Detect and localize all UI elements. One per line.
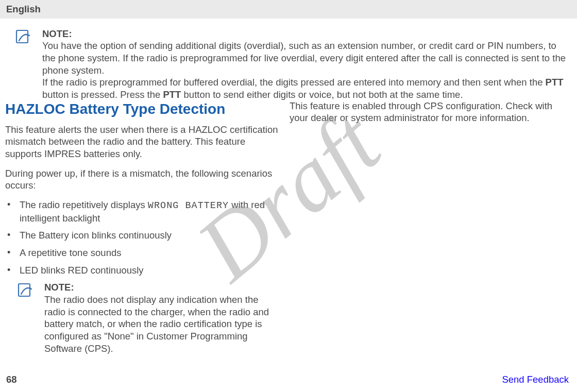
note-paragraph-2: If the radio is preprogrammed for buffer… [42, 76, 572, 100]
note-label: NOTE: [42, 28, 572, 40]
send-feedback-link[interactable]: Send Feedback [502, 373, 569, 386]
paragraph-2: During power up, if there is a mismatch,… [5, 167, 281, 192]
paragraph-1: This feature alerts the user when there … [5, 124, 281, 160]
page-number: 68 [6, 373, 17, 386]
header-language: English [6, 4, 41, 14]
note-icon [18, 282, 35, 298]
right-col-text: This feature is enabled through CPS conf… [290, 100, 572, 124]
two-column-layout: HAZLOC Battery Type Detection This featu… [5, 100, 572, 355]
header-bar: English [0, 0, 577, 19]
column-left: HAZLOC Battery Type Detection This featu… [5, 100, 287, 355]
list-item: LED blinks RED continuously [5, 264, 281, 277]
inner-note-block: NOTE: The radio does not display any ind… [5, 281, 281, 354]
note-icon [15, 29, 33, 44]
section-heading: HAZLOC Battery Type Detection [5, 100, 281, 118]
inner-note-text: The radio does not display any indicatio… [44, 294, 269, 354]
inner-note-body: NOTE: The radio does not display any ind… [44, 281, 281, 354]
top-note-body: NOTE: You have the option of sending add… [42, 28, 572, 101]
note-paragraph-1: You have the option of sending additiona… [42, 40, 572, 76]
list-item: The radio repetitively displays WRONG BA… [5, 199, 281, 224]
top-note-block: NOTE: You have the option of sending add… [5, 28, 572, 101]
page-content: NOTE: You have the option of sending add… [0, 19, 577, 355]
column-right: This feature is enabled through CPS conf… [287, 100, 572, 355]
list-item: A repetitive tone sounds [5, 247, 281, 259]
note-label: NOTE: [44, 281, 281, 294]
page-footer: 68 Send Feedback [0, 373, 577, 386]
scenario-list: The radio repetitively displays WRONG BA… [5, 199, 281, 276]
list-item: The Battery icon blinks continuously [5, 229, 281, 242]
